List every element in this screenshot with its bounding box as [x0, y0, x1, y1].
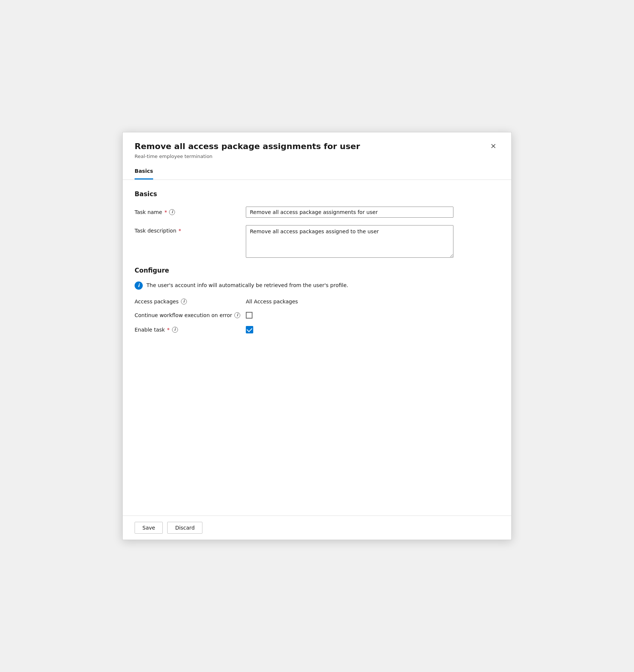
task-name-row: Task name * i — [135, 207, 499, 218]
tab-basics[interactable]: Basics — [135, 164, 153, 179]
enable-task-info-icon[interactable]: i — [172, 327, 178, 333]
task-name-label: Task name * i — [135, 207, 246, 215]
task-description-required: * — [179, 228, 181, 234]
task-description-row: Task description * Remove all access pac… — [135, 225, 499, 259]
enable-task-required: * — [167, 327, 170, 333]
info-circle-icon: i — [135, 281, 143, 290]
continue-workflow-row: Continue workflow execution on error i — [135, 312, 499, 319]
task-name-input[interactable] — [246, 207, 453, 218]
dialog-title: Remove all access package assignments fo… — [135, 141, 487, 152]
dialog-subtitle: Real-time employee termination — [135, 154, 487, 159]
access-packages-row: Access packages i All Access packages — [135, 299, 499, 304]
configure-section-title: Configure — [135, 267, 499, 274]
task-description-input[interactable]: Remove all access packages assigned to t… — [246, 225, 453, 258]
enable-task-label: Enable task * i — [135, 327, 246, 333]
dialog-header: Remove all access package assignments fo… — [123, 132, 511, 164]
dialog-panel: Remove all access package assignments fo… — [122, 132, 512, 540]
close-button[interactable]: × — [487, 141, 499, 151]
task-name-required: * — [164, 209, 167, 215]
task-description-control: Remove all access packages assigned to t… — [246, 225, 499, 259]
continue-workflow-info-icon[interactable]: i — [234, 312, 240, 318]
continue-workflow-checkbox-container — [246, 312, 252, 319]
basics-section-title: Basics — [135, 190, 499, 198]
enable-task-row: Enable task * i — [135, 326, 499, 333]
access-packages-label: Access packages i — [135, 299, 246, 304]
access-packages-value: All Access packages — [246, 299, 298, 304]
access-packages-info-icon[interactable]: i — [181, 299, 187, 304]
continue-workflow-checkbox[interactable] — [246, 312, 252, 319]
enable-task-checkbox[interactable] — [246, 326, 253, 333]
continue-workflow-label: Continue workflow execution on error i — [135, 312, 246, 318]
save-button[interactable]: Save — [135, 522, 163, 534]
task-description-label: Task description * — [135, 225, 246, 234]
info-banner-text: The user's account info will automatical… — [146, 281, 348, 288]
info-banner: i The user's account info will automatic… — [135, 281, 499, 290]
tabs-bar: Basics — [123, 164, 511, 180]
dialog-body: Basics Task name * i Task description * … — [123, 180, 511, 515]
enable-task-checkbox-container — [246, 326, 253, 333]
discard-button[interactable]: Discard — [167, 522, 202, 534]
dialog-title-block: Remove all access package assignments fo… — [135, 141, 487, 159]
configure-section: Configure i The user's account info will… — [135, 267, 499, 333]
task-name-info-icon[interactable]: i — [169, 209, 175, 215]
dialog-footer: Save Discard — [123, 515, 511, 540]
task-name-control — [246, 207, 499, 218]
